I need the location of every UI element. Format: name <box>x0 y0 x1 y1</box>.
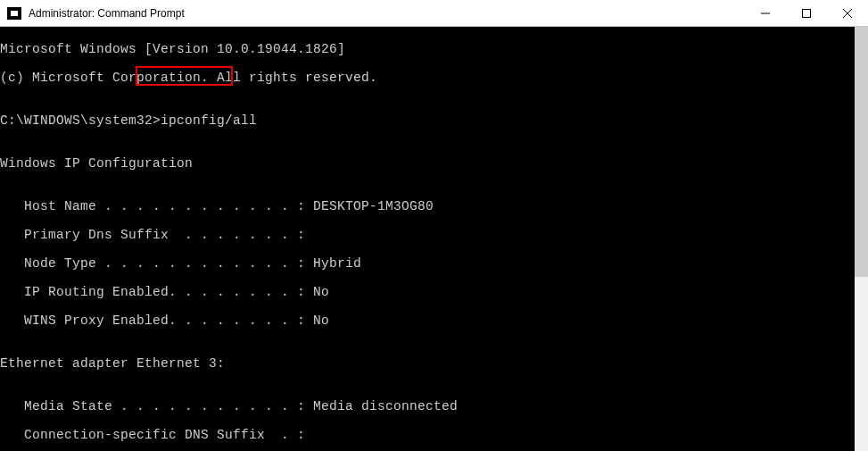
output-line: Connection-specific DNS Suffix . : <box>0 428 855 442</box>
output-line: (c) Microsoft Corporation. All rights re… <box>0 71 855 85</box>
output-line: Primary Dns Suffix . . . . . . . : <box>0 228 855 242</box>
output-line: IP Routing Enabled. . . . . . . . : No <box>0 285 855 299</box>
window-controls <box>745 0 868 26</box>
minimize-button[interactable] <box>745 0 786 26</box>
prompt-path: C:\WINDOWS\system32 <box>0 113 153 128</box>
terminal-container: Microsoft Windows [Version 10.0.19044.18… <box>0 27 868 451</box>
output-line: Host Name . . . . . . . . . . . . : DESK… <box>0 199 855 213</box>
terminal-output[interactable]: Microsoft Windows [Version 10.0.19044.18… <box>0 27 855 451</box>
svg-rect-1 <box>803 9 811 17</box>
close-button[interactable] <box>827 0 868 26</box>
command-text: >ipconfig/all <box>153 113 257 128</box>
titlebar[interactable]: Administrator: Command Prompt <box>0 0 868 27</box>
output-line: WINS Proxy Enabled. . . . . . . . : No <box>0 313 855 328</box>
window-title: Administrator: Command Prompt <box>29 7 745 20</box>
scrollbar-thumb[interactable] <box>855 27 868 277</box>
cmd-icon <box>7 7 21 20</box>
output-line: Node Type . . . . . . . . . . . . : Hybr… <box>0 256 855 271</box>
section-header: Ethernet adapter Ethernet 3: <box>0 356 855 371</box>
section-header: Windows IP Configuration <box>0 156 855 171</box>
vertical-scrollbar[interactable] <box>855 27 868 451</box>
output-line: Microsoft Windows [Version 10.0.19044.18… <box>0 42 855 56</box>
output-line: Media State . . . . . . . . . . . : Medi… <box>0 399 855 413</box>
maximize-button[interactable] <box>786 0 827 26</box>
prompt-line: C:\WINDOWS\system32>ipconfig/all <box>0 113 855 128</box>
